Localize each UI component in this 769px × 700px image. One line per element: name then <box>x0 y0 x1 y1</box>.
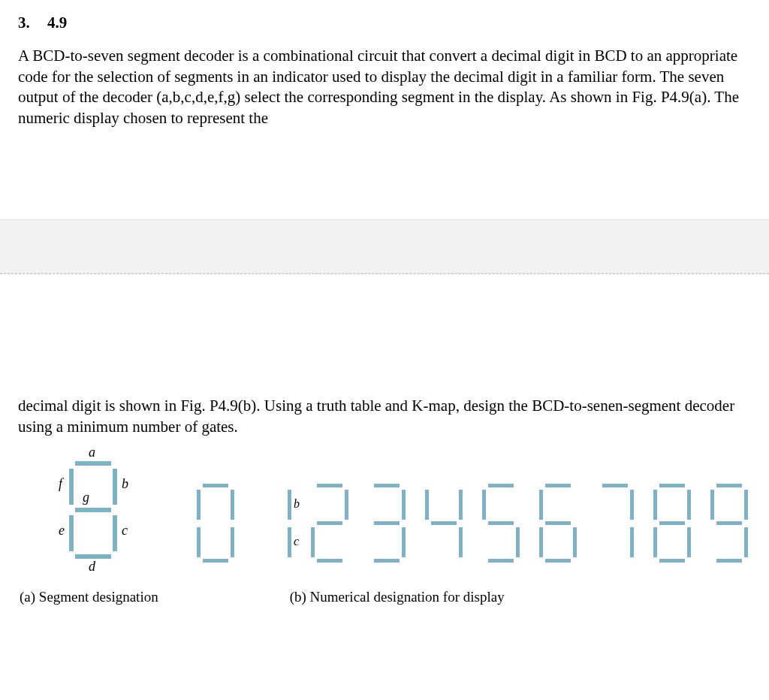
question-paragraph-1: A BCD-to-seven segment decoder is a comb… <box>18 46 751 129</box>
question-index: 3. <box>18 14 30 32</box>
digit-7-seg-b <box>630 490 634 520</box>
question-ref: 4.9 <box>47 14 67 32</box>
digit-3 <box>365 484 409 568</box>
digit-4-seg-g <box>431 521 457 525</box>
digit-7 <box>593 484 637 568</box>
segment-designation-figure: a b c d e f g <box>18 454 171 574</box>
digit-3-seg-b <box>402 490 406 520</box>
digit-6-seg-g <box>545 521 571 525</box>
digit-9-seg-f <box>710 490 714 520</box>
digit-5-seg-f <box>482 490 486 520</box>
seg-f <box>69 469 74 505</box>
digit-1-seg-b <box>288 490 291 520</box>
digit-6-seg-c <box>573 527 577 557</box>
digit-8-seg-e <box>653 527 657 557</box>
digit-2-seg-g <box>317 521 342 525</box>
digit-4 <box>422 484 466 568</box>
digit-5 <box>479 484 523 568</box>
digit-0-seg-b <box>231 490 234 520</box>
digit-8 <box>650 484 694 568</box>
digit-2-seg-a <box>317 484 342 487</box>
digit-0-seg-f <box>197 490 201 520</box>
digit-9-seg-b <box>744 490 748 520</box>
page-lower: decimal digit is shown in Fig. P4.9(b). … <box>0 396 769 628</box>
digit-6-seg-d <box>545 559 571 563</box>
digit-9-seg-a <box>716 484 742 487</box>
digit-5-seg-c <box>516 527 520 557</box>
digit-1-seg-c <box>288 527 291 557</box>
digit-7-seg-a <box>602 484 628 487</box>
grey-band <box>0 219 769 273</box>
digit-5-seg-a <box>488 484 514 487</box>
digit-9-seg-g <box>716 521 742 525</box>
seg-e <box>69 515 74 551</box>
page: 3. 4.9 A BCD-to-seven segment decoder is… <box>0 0 769 159</box>
digit-3-seg-c <box>402 527 406 557</box>
digit-1-label-b: b <box>294 497 300 511</box>
label-e: e <box>59 523 65 539</box>
digit-8-seg-b <box>687 490 691 520</box>
digit-6-seg-e <box>539 527 543 557</box>
seg-g <box>75 508 111 512</box>
digit-0-seg-e <box>197 527 201 557</box>
label-a: a <box>89 445 95 460</box>
digit-0-seg-d <box>203 559 228 563</box>
digit-1: bc <box>251 484 294 568</box>
digit-3-seg-a <box>374 484 400 487</box>
digit-2-seg-b <box>345 490 348 520</box>
spacer <box>0 274 769 396</box>
digit-8-seg-a <box>659 484 685 487</box>
digit-0-seg-a <box>203 484 228 487</box>
numerical-designation-figure: bc <box>171 484 751 574</box>
digit-8-seg-g <box>659 521 685 525</box>
digit-8-seg-c <box>687 527 691 557</box>
label-g: g <box>83 490 89 505</box>
digit-3-seg-g <box>374 521 400 525</box>
label-f: f <box>59 476 62 492</box>
digit-2 <box>308 484 351 568</box>
question-paragraph-2: decimal digit is shown in Fig. P4.9(b). … <box>18 396 751 437</box>
digit-0-seg-c <box>231 527 234 557</box>
digit-6-seg-a <box>545 484 571 487</box>
label-b: b <box>122 476 128 492</box>
digit-8-seg-d <box>659 559 685 563</box>
digit-5-seg-g <box>488 521 514 525</box>
digit-0 <box>194 484 237 568</box>
digit-2-seg-d <box>317 559 342 563</box>
figure-row: a b c d e f g bc <box>18 454 751 574</box>
digit-3-seg-d <box>374 559 400 563</box>
digit-6-seg-f <box>539 490 543 520</box>
seven-seg-labeled: a b c d e f g <box>48 454 138 574</box>
digit-4-seg-f <box>425 490 429 520</box>
digit-9-seg-d <box>716 559 742 563</box>
digit-1-label-c: c <box>294 535 299 548</box>
label-d: d <box>89 559 95 575</box>
seg-b <box>113 469 117 505</box>
caption-row: (a) Segment designation (b) Numerical de… <box>18 578 751 605</box>
digit-4-seg-b <box>459 490 463 520</box>
digit-9 <box>707 484 751 568</box>
digit-2-seg-e <box>311 527 315 557</box>
digit-5-seg-d <box>488 559 514 563</box>
digit-7-seg-c <box>630 527 634 557</box>
caption-a: (a) Segment designation <box>18 589 158 605</box>
digit-8-seg-f <box>653 490 657 520</box>
seg-a <box>75 461 111 466</box>
digit-9-seg-c <box>744 527 748 557</box>
label-c: c <box>122 523 128 539</box>
seg-c <box>113 515 117 551</box>
question-number: 3. 4.9 <box>18 14 751 32</box>
caption-b: (b) Numerical designation for display <box>290 589 505 605</box>
digit-4-seg-c <box>459 527 463 557</box>
digit-6 <box>536 484 580 568</box>
